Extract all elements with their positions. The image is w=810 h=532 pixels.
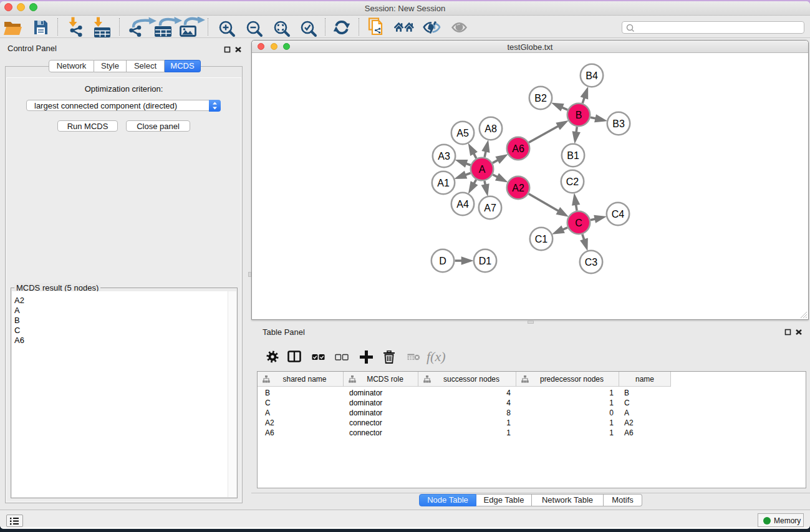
svg-text:A5: A5: [456, 128, 469, 138]
svg-text:D1: D1: [479, 256, 492, 266]
svg-text:A4: A4: [456, 199, 469, 210]
svg-text:C3: C3: [585, 257, 598, 268]
svg-text:C2: C2: [566, 177, 579, 187]
svg-text:A1: A1: [437, 178, 450, 188]
svg-text:A8: A8: [485, 123, 497, 134]
svg-text:A2: A2: [512, 183, 524, 193]
svg-text:B3: B3: [612, 118, 625, 129]
svg-text:A7: A7: [484, 203, 496, 213]
svg-text:C: C: [575, 218, 582, 228]
svg-text:B1: B1: [567, 150, 579, 161]
svg-text:B: B: [576, 110, 582, 120]
svg-text:A: A: [479, 164, 486, 175]
svg-text:A6: A6: [512, 143, 524, 154]
svg-text:C4: C4: [612, 209, 625, 220]
svg-text:C1: C1: [535, 234, 548, 244]
svg-text:B2: B2: [534, 93, 547, 104]
svg-text:B4: B4: [586, 70, 598, 81]
svg-text:A3: A3: [438, 151, 450, 162]
svg-text:D: D: [439, 256, 446, 266]
